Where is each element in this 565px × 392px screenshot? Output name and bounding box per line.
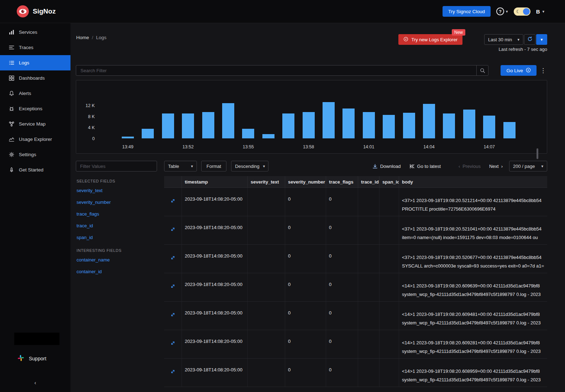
format-button[interactable]: Format	[201, 161, 226, 171]
search-icon	[480, 68, 485, 73]
next-page-button[interactable]: Next ›	[489, 164, 503, 169]
expand-row-icon[interactable]	[171, 198, 175, 204]
column-body[interactable]: body	[399, 176, 547, 187]
chart-bar	[202, 112, 214, 138]
table-row[interactable]: 2023-09-18T14:08:20-05:00 0 0 <14>1 2023…	[164, 359, 547, 387]
try-new-logs-explorer-button[interactable]: Try new Logs Explorer	[398, 34, 462, 45]
y-axis-label: 12 K	[78, 103, 95, 108]
sidebar-item-get-started[interactable]: Get Started	[0, 162, 70, 178]
page-size-select[interactable]: 200 / page ▾	[509, 161, 547, 171]
sidebar-item-traces[interactable]: Traces	[0, 40, 70, 55]
expand-row-icon[interactable]	[171, 341, 175, 346]
table-row[interactable]: 2023-09-18T14:08:20-05:00 0 0 <14>1 2023…	[164, 302, 547, 330]
sidebar-item-alerts[interactable]: Alerts	[0, 86, 70, 101]
go-live-button[interactable]: Go Live	[501, 65, 537, 76]
bell-icon	[9, 91, 14, 96]
expand-row-icon[interactable]	[171, 227, 175, 233]
expand-row-icon[interactable]	[171, 312, 175, 318]
field-link-trace_id[interactable]: trace_id	[77, 223, 160, 228]
sidebar-item-settings[interactable]: Settings	[0, 147, 70, 162]
order-select[interactable]: Descending ▾	[231, 161, 268, 171]
go-to-latest-button[interactable]: Go to latest	[409, 164, 441, 169]
user-menu[interactable]: B ▾	[536, 9, 544, 15]
table-row[interactable]: 2023-09-18T14:08:20-05:00 0 0 <37>1 2023…	[164, 216, 547, 245]
time-range-select[interactable]: Last 30 min ▾	[484, 34, 523, 45]
view-format-select[interactable]: Table ▾	[164, 161, 197, 171]
search-filter-input[interactable]	[76, 65, 476, 75]
field-link-container_id[interactable]: container_id	[77, 269, 160, 274]
chart-bar	[323, 102, 335, 138]
cell-body: <14>1 2023-09-18T19:08:20.609639+00:00 4…	[399, 273, 547, 301]
column-trace-id[interactable]: trace_id	[358, 176, 380, 187]
chart-bar	[182, 113, 194, 138]
table-row[interactable]: 2023-09-18T14:08:20-05:00 0 0 <37>1 2023…	[164, 188, 547, 216]
chart-bar	[242, 129, 254, 138]
table-row[interactable]: 2023-09-18T14:08:20-05:00 0 0 <14>1 2023…	[164, 330, 547, 359]
interesting-fields-list: container_namecontainer_id	[77, 257, 160, 274]
cell-severity-number: 0	[285, 188, 326, 216]
help-menu[interactable]: ? ▾	[496, 7, 508, 15]
last-refresh-text: Last refresh - 7 sec ago	[498, 47, 547, 52]
table-body: 2023-09-18T14:08:20-05:00 0 0 <37>1 2023…	[164, 188, 547, 387]
sidebar-item-label: Settings	[19, 152, 36, 157]
logs-toolbar: Table ▾ Format Descending ▾ Download	[76, 161, 547, 171]
field-link-trace_flags[interactable]: trace_flags	[77, 211, 160, 217]
brand-name: SigNoz	[33, 7, 56, 15]
table-row[interactable]: 2023-09-18T14:08:20-05:00 0 0 <14>1 2023…	[164, 273, 547, 302]
gear-icon	[9, 152, 14, 158]
chart-bar	[222, 103, 234, 138]
expand-row-icon[interactable]	[171, 284, 175, 290]
column-severity-text[interactable]: severity_text	[248, 176, 285, 187]
refresh-button[interactable]	[524, 34, 535, 45]
main-content: Home / Logs Try new Logs Explorer New	[70, 23, 565, 392]
column-trace-flags[interactable]: trace_flags	[326, 176, 358, 187]
download-button[interactable]: Download	[372, 164, 401, 169]
refresh-options-button[interactable]: ▼	[536, 34, 547, 45]
field-link-container_name[interactable]: container_name	[77, 257, 160, 263]
column-span-id[interactable]: span_id	[380, 176, 399, 187]
brand[interactable]: SigNoz	[16, 5, 56, 18]
chart-bar	[403, 113, 415, 138]
chart-bar	[363, 112, 375, 138]
expand-row-icon[interactable]	[171, 255, 175, 261]
cell-severity-number: 0	[285, 302, 326, 330]
sidebar-item-logs[interactable]: Logs	[0, 55, 70, 70]
filter-values-input[interactable]	[76, 161, 157, 171]
breadcrumb-home[interactable]: Home	[76, 35, 89, 40]
table-row[interactable]: 2023-09-18T14:08:20-05:00 0 0 <37>1 2023…	[164, 245, 547, 273]
field-link-span_id[interactable]: span_id	[77, 235, 160, 240]
cell-severity-text	[248, 330, 285, 358]
sidebar-item-services[interactable]: Services	[0, 25, 70, 40]
column-severity-number[interactable]: severity_number	[285, 176, 326, 187]
expand-row-icon[interactable]	[171, 369, 175, 375]
skip-to-start-icon	[409, 164, 415, 169]
previous-page-button[interactable]: ‹ Previous	[459, 164, 481, 169]
cell-trace-flags: 0	[326, 245, 358, 273]
chevron-left-icon: ‹	[459, 164, 460, 169]
redacted-box	[14, 333, 59, 345]
logs-table: timestamp severity_text severity_number …	[164, 176, 547, 392]
sidebar-item-service-map[interactable]: Service Map	[0, 116, 70, 132]
theme-toggle[interactable]: ☾	[514, 7, 530, 16]
cell-timestamp: 2023-09-18T14:08:20-05:00	[182, 330, 248, 358]
field-link-severity_number[interactable]: severity_number	[77, 200, 160, 205]
more-options-icon[interactable]: ⋮	[539, 67, 547, 74]
chart-bar	[303, 112, 315, 138]
cell-severity-text	[248, 188, 285, 216]
scrollbar-thumb[interactable]	[537, 148, 538, 159]
collapse-sidebar-button[interactable]: ‹	[0, 380, 70, 386]
column-timestamp[interactable]: timestamp	[182, 176, 248, 187]
search-button[interactable]	[476, 65, 488, 75]
try-signoz-cloud-button[interactable]: Try Signoz Cloud	[443, 6, 491, 17]
sidebar-item-exceptions[interactable]: Exceptions	[0, 101, 70, 116]
x-axis-label: 14:04	[423, 144, 434, 149]
y-axis-label: 8 K	[78, 114, 95, 119]
sidebar-item-dashboards[interactable]: Dashboards	[0, 70, 70, 86]
chevron-down-icon: ▾	[506, 9, 508, 14]
sidebar-item-usage-explorer[interactable]: Usage Explorer	[0, 132, 70, 147]
sidebar-item-label: Usage Explorer	[19, 137, 52, 142]
sidebar-item-support[interactable]: Support	[18, 355, 46, 362]
field-link-severity_text[interactable]: severity_text	[77, 188, 160, 193]
chart-bar	[262, 134, 274, 138]
bug-icon	[9, 106, 14, 112]
